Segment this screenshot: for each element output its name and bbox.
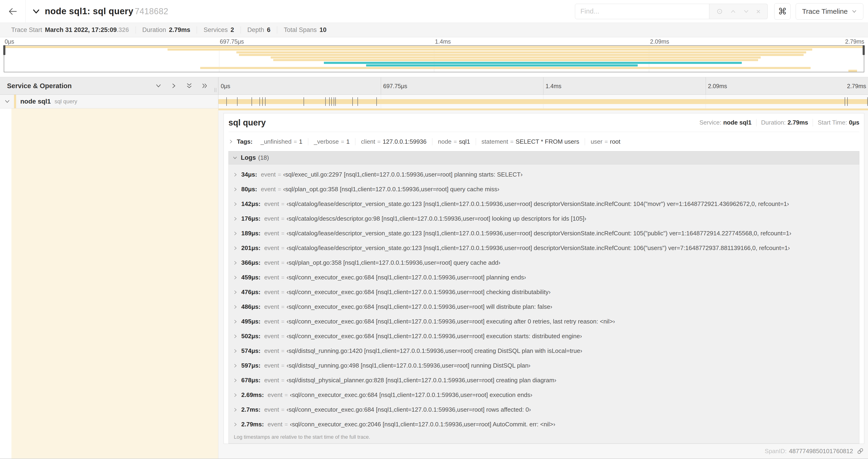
tag-item: user = root [585,138,626,145]
clear-find-icon[interactable]: × [756,8,761,15]
log-marker[interactable] [237,97,238,106]
logs-count: (18) [258,154,269,161]
span-id-value: 4877749850101760812 [789,448,853,455]
keyboard-shortcuts-button[interactable]: ⌘ [774,3,790,20]
log-row[interactable]: 486μs: event = ‹sql/conn_executor_exec.g… [233,299,856,314]
log-marker[interactable] [265,97,266,106]
log-row[interactable]: 176μs: event = ‹sql/catalog/descs/descri… [233,211,856,226]
minimap-span-bar [200,67,811,69]
chevron-down-icon [232,155,238,160]
tag-item: client = 127.0.0.1:59936 [355,138,432,145]
log-row[interactable]: 459μs: event = ‹sql/conn_executor_exec.g… [233,270,856,285]
collapse-all-button[interactable] [186,83,192,89]
span-detail-card: sql query Service: node sql1 Duration: 2… [223,113,864,444]
log-field-value: ‹sql/exec_util.go:2297 [nsql1,client=127… [283,171,523,178]
logs-toggle-header[interactable]: Logs (18) [228,151,859,164]
log-marker[interactable] [376,97,377,106]
log-field-key: event [264,347,279,355]
log-row[interactable]: 201μs: event = ‹sql/catalog/lease/descri… [233,241,856,255]
log-row[interactable]: 597μs: event = ‹sql/distsql_running.go:4… [233,358,856,373]
view-select-button[interactable]: Trace Timeline [796,3,863,20]
expand-all-button[interactable] [202,83,208,89]
tag-item: node = sql1 [432,138,476,145]
log-marker[interactable] [845,97,845,106]
log-row[interactable]: 2.7ms: event = ‹sql/conn_executor_exec.g… [233,402,856,417]
log-timestamp: 189μs: [241,230,260,237]
log-row[interactable]: 678μs: event = ‹sql/distsql_physical_pla… [233,373,856,388]
log-row[interactable]: 2.79ms: event = ‹sql/conn_executor_exec.… [233,417,856,432]
span-overview: Service: node sql1 Duration: 2.79ms Star… [700,119,860,126]
collapse-one-button[interactable] [155,83,162,89]
stat-label: Services [204,26,228,34]
span-detail-accent-bar [218,108,868,110]
expand-one-button[interactable] [170,83,177,89]
log-field-value: ‹sql/catalog/lease/descriptor_version_st… [286,244,790,252]
logs-list: 34μs: event = ‹sql/exec_util.go:2297 [ns… [228,164,859,444]
log-marker[interactable] [251,97,252,106]
span-name-cell[interactable]: node sql1 sql query [0,95,218,108]
collapse-children-icon[interactable] [4,98,10,104]
log-field-value: ‹sql/conn_executor_exec.go:684 [nsql1,cl… [286,333,582,340]
log-marker[interactable] [352,97,353,106]
log-row[interactable]: 574μs: event = ‹sql/distsql_running.go:1… [233,343,856,358]
trace-id: 7418682 [135,6,168,16]
trace-stat: Services 2 [197,26,241,34]
minimap-tick-labels: 0μs 697.75μs 1.4ms 2.09ms 2.79ms [4,38,864,45]
deep-link-button[interactable] [856,448,864,455]
next-match-icon[interactable] [743,8,749,14]
log-row[interactable]: 502μs: event = ‹sql/conn_executor_exec.g… [233,329,856,343]
log-row[interactable]: 34μs: event = ‹sql/exec_util.go:2297 [ns… [233,167,856,182]
prev-match-icon[interactable] [730,8,736,14]
span-detail-title: sql query [228,118,266,128]
log-marker[interactable] [226,97,227,106]
find-group: × [575,4,768,19]
log-marker[interactable] [334,97,334,106]
log-field-value: ‹sql/plan_opt.go:358 [nsql1,client=127.0… [283,186,499,193]
log-marker[interactable] [329,97,330,106]
span-row: node sql1 sql query [0,95,868,108]
minimap-right-scrubber[interactable] [863,45,865,55]
tags-toggle-row[interactable]: Tags: _unfinished = 1 _verbose = 1 [228,132,859,151]
log-marker[interactable] [331,97,332,106]
log-marker[interactable] [847,97,848,106]
log-field-key: event [264,259,279,266]
log-row[interactable]: 476μs: event = ‹sql/conn_executor_exec.g… [233,285,856,299]
span-operation-name: sql query [55,98,77,105]
log-row[interactable]: 2.69ms: event = ‹sql/conn_executor_exec.… [233,388,856,402]
span-duration-bar[interactable] [218,99,868,104]
log-row[interactable]: 495μs: event = ‹sql/conn_executor_exec.g… [233,314,856,329]
chevron-right-icon [233,172,238,177]
span-service-name: node sql1 [20,98,51,105]
column-resize-grip[interactable] [214,88,216,92]
log-field-value: ‹sql/conn_executor_exec.go:684 [nsql1,cl… [286,274,526,281]
span-detail-header: sql query Service: node sql1 Duration: 2… [228,113,859,132]
chevron-right-icon [233,319,238,324]
log-marker[interactable] [358,97,358,106]
log-row[interactable]: 189μs: event = ‹sql/catalog/lease/descri… [233,226,856,241]
trace-stat: Duration 2.79ms [136,26,197,34]
log-marker[interactable] [867,97,868,106]
find-input[interactable] [575,4,709,19]
log-equals: = [281,230,284,237]
log-field-value: ‹sql/catalog/lease/descriptor_version_st… [286,200,789,207]
minimap-canvas[interactable] [4,45,864,72]
log-equals: = [281,201,284,207]
log-marker[interactable] [304,97,304,106]
minimap-span-bar [848,70,857,72]
minimap-tick-label: 1.4ms [435,38,451,45]
log-row[interactable]: 142μs: event = ‹sql/catalog/lease/descri… [233,197,856,211]
log-marker[interactable] [262,97,263,106]
log-field-key: event [268,421,283,428]
locate-icon[interactable] [716,8,723,15]
log-row[interactable]: 80μs: event = ‹sql/plan_opt.go:358 [nsql… [233,182,856,197]
log-row[interactable]: 366μs: event = ‹sql/plan_opt.go:358 [nsq… [233,255,856,270]
log-marker[interactable] [259,97,260,106]
log-marker[interactable] [335,97,336,106]
back-button[interactable] [0,0,26,23]
minimap-left-scrubber[interactable] [3,45,5,55]
log-marker[interactable] [325,97,326,106]
logs-label: Logs [241,154,256,161]
log-timestamp: 597μs: [241,362,260,369]
collapse-trace-icon[interactable] [32,7,40,16]
chevron-right-icon [233,407,238,412]
